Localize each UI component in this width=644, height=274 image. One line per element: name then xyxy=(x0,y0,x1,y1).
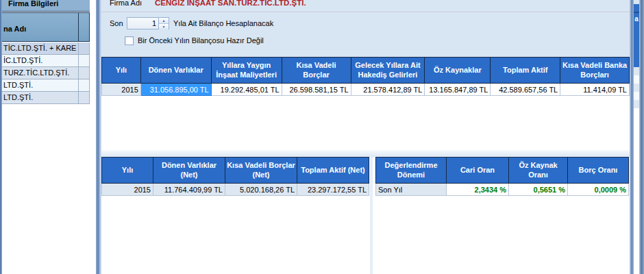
net-values-table: Yılı Dönen Varlıklar (Net) Kısa Vadeli B… xyxy=(101,157,369,196)
column-header[interactable]: Kısa Vadeli Banka Borçları xyxy=(560,58,630,84)
column-header[interactable]: Yıllara Yaygın İnşaat Maliyetleri xyxy=(211,58,282,84)
value-cell[interactable]: 42.589.657,56 TL xyxy=(491,84,560,96)
balance-calculation-panel: Firma Adı CENGİZ İNŞAAT SAN.TURZ.TİC.LTD… xyxy=(101,0,630,274)
clipped-right-panel: a xyxy=(634,0,639,274)
year-cell[interactable]: 2015 xyxy=(102,184,153,196)
tables-gap xyxy=(370,157,373,274)
previous-year-not-ready-label: Bir Önceki Yılın Bilançosu Hazır Değil xyxy=(138,36,264,45)
previous-year-not-ready-checkbox[interactable] xyxy=(125,36,134,45)
value-cell[interactable]: 13.165.847,89 TL xyxy=(425,84,491,96)
ratio-cell[interactable]: 0,5651 % xyxy=(509,184,568,196)
company-list-item[interactable]: LTD.ŞTİ. xyxy=(2,79,89,92)
spinner-down-icon[interactable]: ▼ xyxy=(159,24,169,29)
column-header[interactable]: Kısa Vadeli Borçlar (Net) xyxy=(225,158,297,184)
ratio-cell[interactable]: 2,3434 % xyxy=(447,184,509,196)
years-input[interactable]: 1 xyxy=(127,17,159,29)
column-header[interactable]: Dönen Varlıklar (Net) xyxy=(153,158,225,184)
company-name-label: Firma Adı xyxy=(110,0,151,10)
section-divider xyxy=(101,150,630,157)
separator-line xyxy=(101,12,630,13)
value-cell[interactable]: 23.297.172,55 TL xyxy=(297,184,369,196)
clipped-column-header: a xyxy=(634,4,639,67)
company-list-item[interactable]: İC.LTD.ŞTİ. xyxy=(2,55,89,67)
ratio-table-header-row: Değerlendirme Dönemi Cari Oran Öz Kaynak… xyxy=(376,158,629,184)
value-cell[interactable]: 11.414,09 TL xyxy=(560,84,630,96)
company-list-item[interactable]: TURZ.TİC.LTD.ŞTİ. xyxy=(2,67,89,79)
column-header[interactable]: Borç Oranı xyxy=(568,158,629,184)
ratio-table-row: Son Yıl 2,3434 % 0,5651 % 0,0009 % xyxy=(376,184,629,196)
company-list-item[interactable]: TİC.LTD.ŞTİ. + KARE YA xyxy=(2,42,89,55)
column-header[interactable]: Öz Kaynaklar xyxy=(425,58,491,84)
column-header[interactable]: Kısa Vadeli Borçlar xyxy=(282,58,351,84)
value-cell[interactable]: 11.764.409,99 TL xyxy=(153,184,225,196)
years-spinner[interactable]: ▲ ▼ xyxy=(159,17,169,29)
company-name-column-header[interactable]: na Adı xyxy=(2,13,79,41)
column-header[interactable]: Toplam Aktif (Net) xyxy=(297,158,369,184)
column-header[interactable]: Öz Kaynak Oranı xyxy=(509,158,568,184)
value-cell[interactable]: 26.598.581,15 TL xyxy=(282,84,351,96)
company-list-item[interactable]: LTD.ŞTİ. xyxy=(2,92,89,104)
window-right-edge xyxy=(639,0,644,274)
column-header[interactable]: Değerlendirme Dönemi xyxy=(376,158,447,184)
year-cell[interactable]: 2015 xyxy=(102,84,141,96)
value-cell[interactable]: 5.020.168,26 TL xyxy=(225,184,297,196)
period-cell[interactable]: Son Yıl xyxy=(376,184,447,196)
balance-table: Yılı Dönen Varlıklar Yıllara Yaygın İnşa… xyxy=(101,57,630,96)
net-table-row: 2015 11.764.409,99 TL 5.020.168,26 TL 23… xyxy=(102,184,369,196)
balance-table-header-row: Yılı Dönen Varlıklar Yıllara Yaygın İnşa… xyxy=(102,58,630,84)
company-panel-title: Firma Bilgileri xyxy=(2,0,90,12)
company-list-panel: Firma Bilgileri na Adı TİC.LTD.ŞTİ. + KA… xyxy=(0,0,96,274)
value-cell[interactable]: 19.292.485,01 TL xyxy=(211,84,282,96)
company-list-column-header[interactable]: na Adı xyxy=(2,12,90,42)
company-name-value: CENGİZ İNŞAAT SAN.TURZ.TİC.LTD.ŞTİ. xyxy=(155,0,600,10)
company-list: TİC.LTD.ŞTİ. + KARE YA İC.LTD.ŞTİ. TURZ.… xyxy=(2,42,90,104)
panel-divider xyxy=(96,0,101,274)
ratio-table: Değerlendirme Dönemi Cari Oran Öz Kaynak… xyxy=(375,157,629,196)
column-header[interactable]: Cari Oran xyxy=(447,158,509,184)
selected-cell[interactable]: 31.056.895,00 TL xyxy=(140,84,211,96)
column-header[interactable]: Dönen Varlıklar xyxy=(140,58,211,84)
ratio-cell[interactable]: 0,0009 % xyxy=(568,184,629,196)
value-cell[interactable]: 21.578.412,89 TL xyxy=(351,84,425,96)
column-header[interactable]: Yılı xyxy=(102,58,141,84)
years-suffix-label: Yıla Ait Bilanço Hesaplanacak xyxy=(173,19,273,27)
spinner-up-icon[interactable]: ▲ xyxy=(159,18,169,24)
balance-table-row: 2015 31.056.895,00 TL 19.292.485,01 TL 2… xyxy=(102,84,630,96)
net-table-header-row: Yılı Dönen Varlıklar (Net) Kısa Vadeli B… xyxy=(102,158,369,184)
column-header[interactable]: Toplam Aktif xyxy=(491,58,560,84)
column-header[interactable]: Gelecek Yıllara Ait Hakediş Gelirleri xyxy=(351,58,425,84)
column-header[interactable]: Yılı xyxy=(102,158,153,184)
years-prefix-label: Son xyxy=(110,19,123,27)
